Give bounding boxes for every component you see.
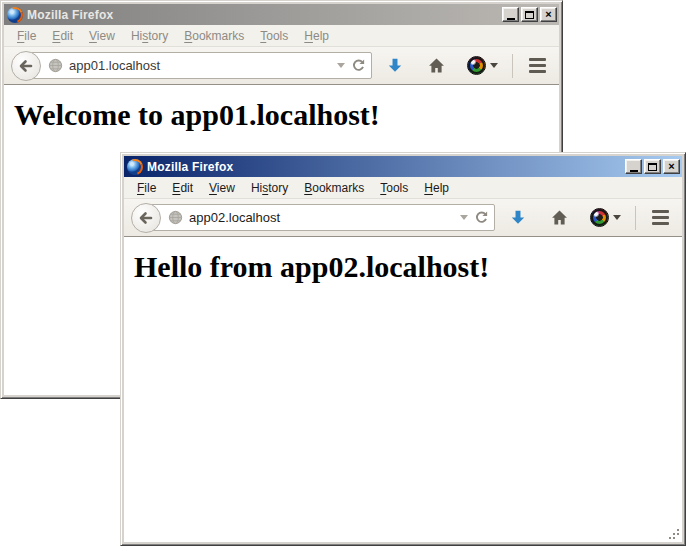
menu-tools[interactable]: Tools [372, 178, 416, 198]
titlebar[interactable]: Mozilla Firefox × [4, 4, 559, 25]
menu-edit[interactable]: Edit [164, 178, 201, 198]
reload-icon [474, 210, 489, 225]
menu-view[interactable]: View [201, 178, 243, 198]
menu-file[interactable]: File [9, 26, 44, 46]
menu-file[interactable]: File [129, 178, 164, 198]
toolbar-separator [635, 206, 636, 230]
maximize-button[interactable] [521, 7, 538, 22]
close-button[interactable]: × [540, 7, 557, 22]
close-icon: × [668, 161, 674, 172]
firefox-icon [127, 159, 143, 175]
menu-history[interactable]: History [123, 26, 176, 46]
url-bar[interactable]: app02.localhost [146, 204, 495, 231]
site-globe-icon [48, 58, 63, 73]
page-heading: Welcome to app01.localhost! [14, 98, 551, 132]
navigation-toolbar: app01.localhost [4, 47, 559, 85]
minimize-icon [630, 170, 638, 172]
close-icon: × [545, 9, 551, 20]
search-engine-button[interactable] [467, 56, 498, 75]
reload-button[interactable] [351, 58, 366, 73]
home-button[interactable] [428, 57, 445, 74]
toolbar-separator [512, 54, 513, 78]
url-dropdown-icon[interactable] [460, 215, 468, 220]
downloads-button[interactable] [386, 57, 404, 75]
url-text: app02.localhost [189, 210, 454, 225]
firefox-window-app02: Mozilla Firefox × File Edit View History… [120, 152, 686, 546]
window-title: Mozilla Firefox [147, 160, 619, 174]
menu-edit[interactable]: Edit [44, 26, 81, 46]
titlebar[interactable]: Mozilla Firefox × [124, 156, 682, 177]
home-icon [428, 57, 445, 74]
back-arrow-icon [138, 210, 154, 226]
page-heading: Hello from app02.localhost! [134, 250, 674, 284]
reload-icon [351, 58, 366, 73]
url-dropdown-icon[interactable] [337, 63, 345, 68]
minimize-button[interactable] [502, 7, 519, 22]
window-title: Mozilla Firefox [27, 8, 496, 22]
back-button[interactable] [131, 203, 161, 233]
minimize-icon [507, 18, 515, 20]
google-icon [590, 208, 609, 227]
site-globe-icon [168, 210, 183, 225]
caption-buttons: × [500, 7, 557, 22]
google-icon [467, 56, 486, 75]
menu-tools[interactable]: Tools [252, 26, 296, 46]
back-arrow-icon [18, 58, 34, 74]
menu-help[interactable]: Help [416, 178, 457, 198]
page-content: Hello from app02.localhost! [124, 237, 682, 542]
download-arrow-icon [386, 57, 404, 75]
menu-panel-button[interactable] [652, 210, 669, 225]
maximize-icon [525, 11, 534, 19]
download-arrow-icon [509, 209, 527, 227]
maximize-icon [648, 163, 657, 171]
reload-button[interactable] [474, 210, 489, 225]
menu-bar: File Edit View History Bookmarks Tools H… [4, 25, 559, 47]
caption-buttons: × [623, 159, 680, 174]
search-dropdown-icon [613, 215, 621, 220]
navigation-toolbar: app02.localhost [124, 199, 682, 237]
url-bar[interactable]: app01.localhost [26, 52, 372, 79]
home-button[interactable] [551, 209, 568, 226]
menu-bookmarks[interactable]: Bookmarks [296, 178, 372, 198]
menu-bookmarks[interactable]: Bookmarks [176, 26, 252, 46]
back-button[interactable] [11, 51, 41, 81]
maximize-button[interactable] [644, 159, 661, 174]
menu-view[interactable]: View [81, 26, 123, 46]
search-engine-button[interactable] [590, 208, 621, 227]
menu-panel-button[interactable] [529, 58, 546, 73]
menu-help[interactable]: Help [296, 26, 337, 46]
search-dropdown-icon [490, 63, 498, 68]
menu-history[interactable]: History [243, 178, 296, 198]
home-icon [551, 209, 568, 226]
close-button[interactable]: × [663, 159, 680, 174]
resize-grip[interactable] [677, 537, 679, 539]
downloads-button[interactable] [509, 209, 527, 227]
firefox-icon [7, 7, 23, 23]
minimize-button[interactable] [625, 159, 642, 174]
menu-bar: File Edit View History Bookmarks Tools H… [124, 177, 682, 199]
url-text: app01.localhost [69, 58, 331, 73]
